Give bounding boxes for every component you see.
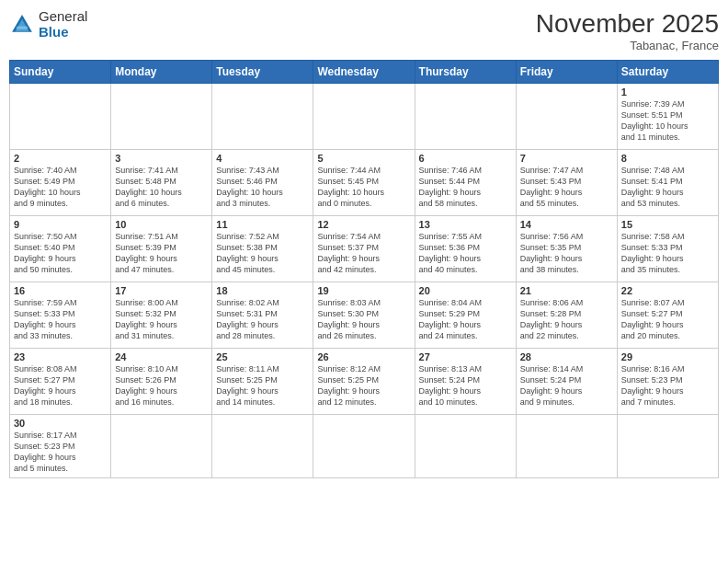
cell-3-1: 17Sunrise: 8:00 AM Sunset: 5:32 PM Dayli… [111, 282, 212, 349]
day-info-1-4: Sunrise: 7:46 AM Sunset: 5:44 PM Dayligh… [419, 165, 512, 210]
day-info-3-3: Sunrise: 8:03 AM Sunset: 5:30 PM Dayligh… [317, 297, 410, 342]
day-info-1-6: Sunrise: 7:48 AM Sunset: 5:41 PM Dayligh… [621, 165, 714, 210]
week-row-3: 16Sunrise: 7:59 AM Sunset: 5:33 PM Dayli… [10, 282, 719, 349]
day-number-4-0: 23 [14, 351, 107, 362]
day-number-0-6: 1 [621, 86, 714, 98]
col-saturday: Saturday [617, 61, 718, 84]
day-number-1-3: 5 [317, 153, 410, 164]
cell-2-5: 14Sunrise: 7:56 AM Sunset: 5:35 PM Dayli… [516, 216, 617, 282]
calendar: Sunday Monday Tuesday Wednesday Thursday… [9, 60, 719, 478]
day-info-2-6: Sunrise: 7:58 AM Sunset: 5:33 PM Dayligh… [621, 231, 714, 276]
day-number-1-5: 7 [520, 153, 613, 164]
cell-1-4: 6Sunrise: 7:46 AM Sunset: 5:44 PM Daylig… [415, 150, 516, 216]
cell-5-6 [617, 415, 718, 478]
cell-0-6: 1Sunrise: 7:39 AM Sunset: 5:51 PM Daylig… [617, 84, 718, 150]
cell-2-6: 15Sunrise: 7:58 AM Sunset: 5:33 PM Dayli… [617, 216, 718, 282]
day-number-2-1: 10 [115, 219, 208, 230]
day-number-3-1: 17 [115, 285, 208, 296]
day-info-3-5: Sunrise: 8:06 AM Sunset: 5:28 PM Dayligh… [520, 297, 613, 342]
day-info-2-3: Sunrise: 7:54 AM Sunset: 5:37 PM Dayligh… [317, 231, 410, 276]
col-friday: Friday [516, 61, 617, 84]
calendar-header-row: Sunday Monday Tuesday Wednesday Thursday… [10, 61, 719, 84]
week-row-5: 30Sunrise: 8:17 AM Sunset: 5:23 PM Dayli… [10, 415, 719, 478]
day-info-4-2: Sunrise: 8:11 AM Sunset: 5:25 PM Dayligh… [216, 363, 309, 408]
cell-1-6: 8Sunrise: 7:48 AM Sunset: 5:41 PM Daylig… [617, 150, 718, 216]
day-number-4-5: 28 [520, 351, 613, 362]
cell-3-6: 22Sunrise: 8:07 AM Sunset: 5:27 PM Dayli… [617, 282, 718, 349]
day-number-2-4: 13 [419, 219, 512, 230]
logo-blue: Blue [39, 24, 69, 40]
cell-5-0: 30Sunrise: 8:17 AM Sunset: 5:23 PM Dayli… [10, 415, 111, 478]
cell-4-4: 27Sunrise: 8:13 AM Sunset: 5:24 PM Dayli… [415, 349, 516, 415]
day-info-4-3: Sunrise: 8:12 AM Sunset: 5:25 PM Dayligh… [317, 363, 410, 408]
day-number-3-6: 22 [621, 285, 714, 296]
day-info-2-2: Sunrise: 7:52 AM Sunset: 5:38 PM Dayligh… [216, 231, 309, 276]
cell-2-1: 10Sunrise: 7:51 AM Sunset: 5:39 PM Dayli… [111, 216, 212, 282]
cell-4-3: 26Sunrise: 8:12 AM Sunset: 5:25 PM Dayli… [313, 349, 415, 415]
cell-0-2 [212, 84, 313, 150]
day-info-2-4: Sunrise: 7:55 AM Sunset: 5:36 PM Dayligh… [419, 231, 512, 276]
day-number-3-2: 18 [216, 285, 309, 296]
cell-2-3: 12Sunrise: 7:54 AM Sunset: 5:37 PM Dayli… [313, 216, 415, 282]
cell-4-0: 23Sunrise: 8:08 AM Sunset: 5:27 PM Dayli… [10, 349, 111, 415]
day-number-1-1: 3 [115, 153, 208, 164]
day-info-3-2: Sunrise: 8:02 AM Sunset: 5:31 PM Dayligh… [216, 297, 309, 342]
day-info-1-3: Sunrise: 7:44 AM Sunset: 5:45 PM Dayligh… [317, 165, 410, 210]
day-number-2-5: 14 [520, 219, 613, 230]
day-number-1-0: 2 [14, 153, 107, 164]
month-title: November 2025 [536, 9, 719, 39]
cell-5-2 [212, 415, 313, 478]
day-number-4-6: 29 [621, 351, 714, 362]
cell-3-2: 18Sunrise: 8:02 AM Sunset: 5:31 PM Dayli… [212, 282, 313, 349]
logo-general: General [39, 8, 87, 24]
cell-5-5 [516, 415, 617, 478]
cell-2-0: 9Sunrise: 7:50 AM Sunset: 5:40 PM Daylig… [10, 216, 111, 282]
cell-0-1 [111, 84, 212, 150]
cell-4-6: 29Sunrise: 8:16 AM Sunset: 5:23 PM Dayli… [617, 349, 718, 415]
cell-4-2: 25Sunrise: 8:11 AM Sunset: 5:25 PM Dayli… [212, 349, 313, 415]
location: Tabanac, France [536, 39, 719, 52]
day-info-1-1: Sunrise: 7:41 AM Sunset: 5:48 PM Dayligh… [115, 165, 208, 210]
day-number-3-0: 16 [14, 285, 107, 296]
day-info-5-0: Sunrise: 8:17 AM Sunset: 5:23 PM Dayligh… [14, 430, 107, 475]
day-info-3-1: Sunrise: 8:00 AM Sunset: 5:32 PM Dayligh… [115, 297, 208, 342]
logo-text: General Blue [39, 9, 87, 40]
day-number-2-2: 11 [216, 219, 309, 230]
day-info-4-0: Sunrise: 8:08 AM Sunset: 5:27 PM Dayligh… [14, 363, 107, 408]
day-number-4-4: 27 [419, 351, 512, 362]
cell-0-3 [313, 84, 415, 150]
header: General Blue November 2025 Tabanac, Fran… [9, 9, 719, 52]
col-tuesday: Tuesday [212, 61, 313, 84]
day-info-4-1: Sunrise: 8:10 AM Sunset: 5:26 PM Dayligh… [115, 363, 208, 408]
logo-icon [9, 12, 35, 38]
day-info-2-1: Sunrise: 7:51 AM Sunset: 5:39 PM Dayligh… [115, 231, 208, 276]
cell-3-3: 19Sunrise: 8:03 AM Sunset: 5:30 PM Dayli… [313, 282, 415, 349]
col-monday: Monday [111, 61, 212, 84]
day-info-4-5: Sunrise: 8:14 AM Sunset: 5:24 PM Dayligh… [520, 363, 613, 408]
day-number-2-6: 15 [621, 219, 714, 230]
title-block: November 2025 Tabanac, France [536, 9, 719, 52]
day-number-1-6: 8 [621, 153, 714, 164]
week-row-0: 1Sunrise: 7:39 AM Sunset: 5:51 PM Daylig… [10, 84, 719, 150]
day-info-0-6: Sunrise: 7:39 AM Sunset: 5:51 PM Dayligh… [621, 98, 714, 144]
day-number-3-3: 19 [317, 285, 410, 296]
cell-1-1: 3Sunrise: 7:41 AM Sunset: 5:48 PM Daylig… [111, 150, 212, 216]
day-info-2-0: Sunrise: 7:50 AM Sunset: 5:40 PM Dayligh… [14, 231, 107, 276]
cell-2-4: 13Sunrise: 7:55 AM Sunset: 5:36 PM Dayli… [415, 216, 516, 282]
cell-1-2: 4Sunrise: 7:43 AM Sunset: 5:46 PM Daylig… [212, 150, 313, 216]
day-info-3-0: Sunrise: 7:59 AM Sunset: 5:33 PM Dayligh… [14, 297, 107, 342]
day-number-4-1: 24 [115, 351, 208, 362]
day-number-4-2: 25 [216, 351, 309, 362]
cell-3-5: 21Sunrise: 8:06 AM Sunset: 5:28 PM Dayli… [516, 282, 617, 349]
day-info-4-6: Sunrise: 8:16 AM Sunset: 5:23 PM Dayligh… [621, 363, 714, 408]
day-info-2-5: Sunrise: 7:56 AM Sunset: 5:35 PM Dayligh… [520, 231, 613, 276]
week-row-4: 23Sunrise: 8:08 AM Sunset: 5:27 PM Dayli… [10, 349, 719, 415]
cell-1-0: 2Sunrise: 7:40 AM Sunset: 5:49 PM Daylig… [10, 150, 111, 216]
day-number-4-3: 26 [317, 351, 410, 362]
cell-0-4 [415, 84, 516, 150]
day-number-5-0: 30 [14, 418, 107, 429]
day-info-3-4: Sunrise: 8:04 AM Sunset: 5:29 PM Dayligh… [419, 297, 512, 342]
cell-0-0 [10, 84, 111, 150]
cell-2-2: 11Sunrise: 7:52 AM Sunset: 5:38 PM Dayli… [212, 216, 313, 282]
cell-3-0: 16Sunrise: 7:59 AM Sunset: 5:33 PM Dayli… [10, 282, 111, 349]
